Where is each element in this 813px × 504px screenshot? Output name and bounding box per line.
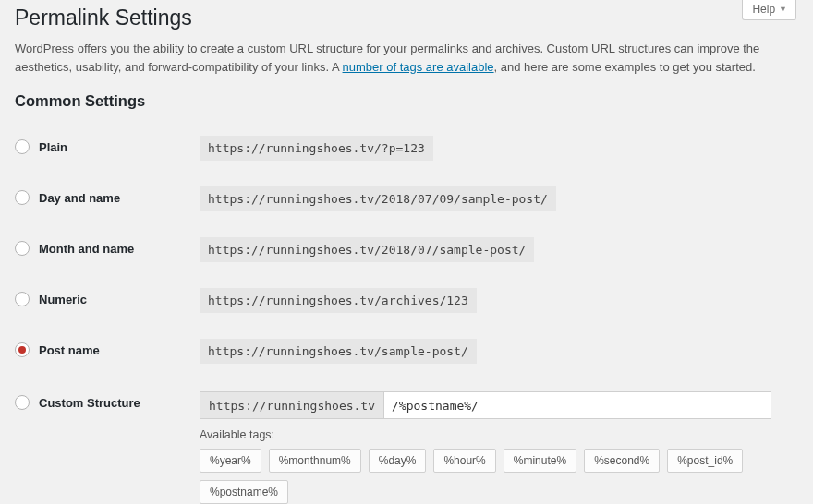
page-title: Permalink Settings [15, 6, 798, 30]
tag-postid-button[interactable]: %post_id% [667, 449, 743, 473]
custom-structure-prefix: https://runningshoes.tv [200, 391, 383, 419]
help-label: Help [752, 3, 775, 16]
radio-custom-label: Custom Structure [39, 396, 140, 410]
example-dayname: https://runningshoes.tv/2018/07/09/sampl… [200, 186, 556, 211]
permalink-option-plain-row: Plain https://runningshoes.tv/?p=123 [15, 123, 798, 174]
example-plain: https://runningshoes.tv/?p=123 [200, 136, 433, 161]
radio-dayname[interactable] [15, 190, 30, 205]
tag-second-button[interactable]: %second% [584, 449, 660, 473]
radio-postname[interactable] [15, 342, 30, 357]
radio-plain[interactable] [15, 139, 30, 154]
available-tags-label: Available tags: [200, 428, 798, 441]
tag-year-button[interactable]: %year% [200, 449, 261, 473]
permalink-option-numeric-row: Numeric https://runningshoes.tv/archives… [15, 275, 798, 326]
available-tags-list: %year% %monthnum% %day% %hour% %minute% … [200, 449, 791, 504]
radio-monname[interactable] [15, 241, 30, 256]
radio-postname-label: Post name [39, 343, 100, 357]
radio-monname-label: Month and name [39, 242, 134, 256]
tag-hour-button[interactable]: %hour% [433, 449, 495, 473]
help-tab-button[interactable]: Help ▼ [742, 0, 796, 20]
radio-numeric-label: Numeric [39, 293, 87, 306]
radio-plain-label: Plain [39, 140, 67, 154]
radio-dayname-label: Day and name [39, 191, 120, 205]
custom-structure-input[interactable] [383, 391, 771, 419]
desc-text-post: , and here are some examples to get you … [494, 60, 756, 74]
tag-postname-button[interactable]: %postname% [200, 480, 288, 504]
permalink-option-monname-row: Month and name https://runningshoes.tv/2… [15, 224, 798, 275]
tags-doc-link[interactable]: number of tags are available [343, 60, 494, 74]
permalink-option-dayname-row: Day and name https://runningshoes.tv/201… [15, 174, 798, 224]
common-settings-heading: Common Settings [15, 92, 798, 110]
radio-numeric[interactable] [15, 292, 30, 306]
radio-custom[interactable] [15, 395, 30, 410]
tag-minute-button[interactable]: %minute% [504, 449, 576, 473]
tag-day-button[interactable]: %day% [369, 449, 427, 473]
page-description: WordPress offers you the ability to crea… [15, 40, 798, 76]
permalink-option-custom-row: Custom Structure https://runningshoes.tv… [15, 377, 798, 504]
example-numeric: https://runningshoes.tv/archives/123 [200, 288, 477, 313]
custom-structure-input-group: https://runningshoes.tv [200, 391, 798, 419]
example-monname: https://runningshoes.tv/2018/07/sample-p… [200, 237, 534, 262]
tag-monthnum-button[interactable]: %monthnum% [269, 449, 361, 473]
permalink-option-postname-row: Post name https://runningshoes.tv/sample… [15, 326, 798, 377]
example-postname: https://runningshoes.tv/sample-post/ [200, 339, 477, 364]
chevron-down-icon: ▼ [779, 5, 787, 14]
